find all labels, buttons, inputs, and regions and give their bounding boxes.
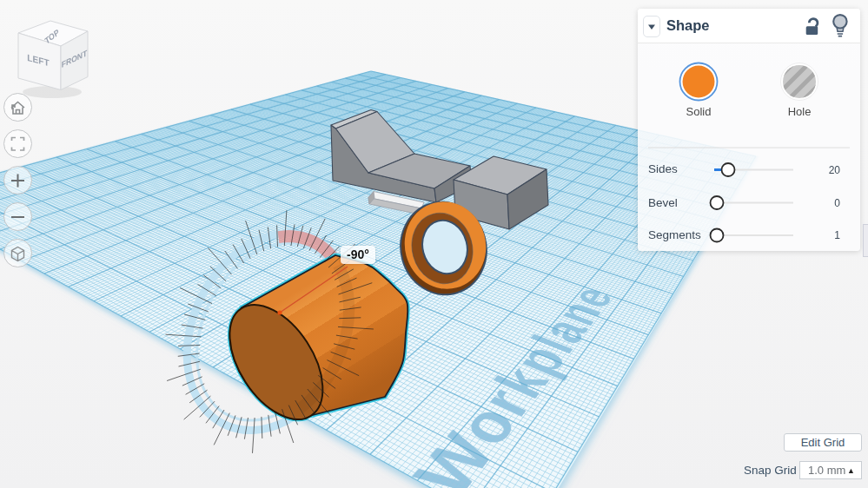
svg-text:0: 0 bbox=[834, 197, 840, 209]
svg-text:Solid: Solid bbox=[686, 105, 712, 118]
svg-text:Hole: Hole bbox=[788, 105, 812, 118]
svg-text:20: 20 bbox=[829, 164, 841, 176]
svg-text:1: 1 bbox=[834, 229, 840, 241]
